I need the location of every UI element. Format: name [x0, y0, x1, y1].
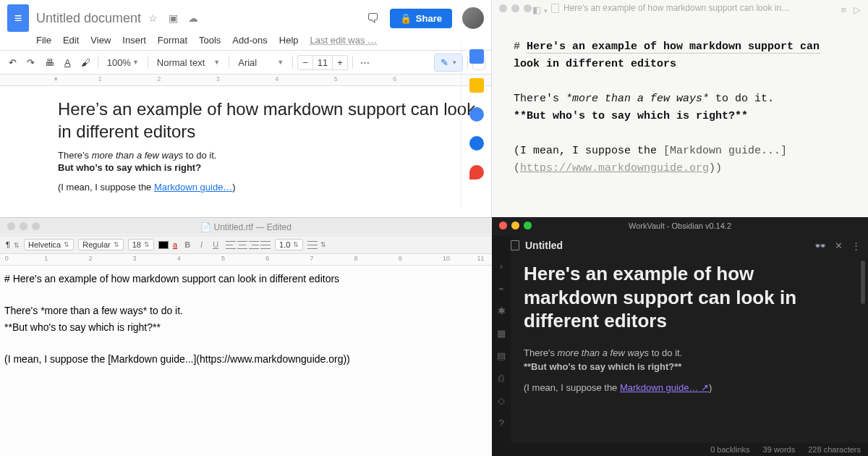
font-size-select[interactable]: 18⇅: [128, 239, 154, 250]
daily-note-icon[interactable]: ▤: [497, 350, 506, 361]
close-tab-icon[interactable]: ✕: [835, 240, 843, 251]
more-tools-icon[interactable]: ⋯: [357, 56, 373, 69]
font-size-increase[interactable]: +: [333, 56, 347, 69]
status-words[interactable]: 39 words: [763, 445, 796, 454]
italic-button[interactable]: I: [197, 240, 205, 250]
doc-title[interactable]: Untitled document: [36, 11, 141, 26]
status-chars[interactable]: 228 characters: [808, 445, 861, 454]
undo-icon[interactable]: ↶: [6, 56, 20, 69]
font-family-select[interactable]: Arial▼: [234, 57, 288, 68]
menu-view[interactable]: View: [90, 35, 111, 46]
te-line1[interactable]: # Here's an example of how markdown supp…: [4, 271, 488, 287]
te-line2[interactable]: There's *more than a few ways* to do it.: [4, 303, 488, 318]
note-line1[interactable]: There's more than a few ways to do it.: [524, 347, 851, 358]
reading-view-icon[interactable]: 👓: [814, 240, 826, 251]
keep-icon[interactable]: [469, 78, 484, 93]
ruler-triangle-icon[interactable]: ▾: [54, 75, 58, 83]
font-family-select[interactable]: Helvetica⇅: [24, 239, 74, 250]
redo-icon[interactable]: ↷: [24, 56, 38, 69]
settings-slider-icon[interactable]: ≡: [841, 4, 846, 15]
share-button[interactable]: 🔒 Share: [390, 9, 452, 28]
docs-logo-icon[interactable]: ≡: [7, 4, 29, 32]
tasks-icon[interactable]: [469, 107, 484, 122]
align-justify-icon[interactable]: [260, 241, 271, 249]
note-heading[interactable]: Here's an example of how markdown suppor…: [524, 262, 851, 333]
doc-line2[interactable]: But who’s to say which is right?: [58, 162, 491, 173]
doc-line1[interactable]: There’s more than a few ways to do it.: [58, 150, 491, 161]
font-size-value[interactable]: 11: [312, 56, 333, 69]
document-body[interactable]: Here’s an example of how markdown suppor…: [0, 86, 491, 193]
menu-bar: File Edit View Insert Format Tools Add-o…: [0, 32, 491, 50]
menu-edit[interactable]: Edit: [63, 35, 79, 46]
line-spacing-select[interactable]: 1.0⇅: [275, 239, 303, 250]
font-size-decrease[interactable]: −: [298, 56, 312, 69]
maps-icon[interactable]: [469, 165, 484, 180]
te-line4[interactable]: (I mean, I suppose the [Markdown guide..…: [4, 352, 488, 367]
textedit-body[interactable]: # Here's an example of how markdown supp…: [0, 266, 492, 374]
print-icon[interactable]: 🖶: [42, 56, 57, 69]
align-left-icon[interactable]: [226, 241, 236, 249]
command-palette-icon[interactable]: ◇: [498, 395, 505, 406]
formatting-toolbar: ↶ ↷ 🖶 A 🖌 100%▼ Normal text▼ Arial▼ − 11…: [0, 50, 491, 75]
last-edit-link[interactable]: Last edit was …: [310, 35, 378, 46]
status-backlinks[interactable]: 0 backlinks: [710, 445, 749, 454]
doc-line3[interactable]: (I mean, I suppose the Markdown guide…): [58, 182, 491, 193]
align-right-icon[interactable]: [249, 241, 259, 249]
list-style-dropdown[interactable]: ⇅: [320, 241, 326, 249]
help-icon[interactable]: ?: [498, 418, 503, 428]
zoom-select[interactable]: 100%▼: [103, 57, 143, 68]
note-line2[interactable]: **But who's to say which is right?**: [524, 361, 851, 372]
paragraph-style-select[interactable]: Normal text▼: [153, 57, 224, 68]
underline-button[interactable]: U: [210, 240, 221, 250]
bullet-list-icon[interactable]: [307, 241, 318, 249]
doc-heading[interactable]: Here’s an example of how markdown suppor…: [58, 98, 491, 143]
calendar-icon[interactable]: [469, 49, 484, 64]
traffic-close-icon[interactable]: [499, 4, 507, 12]
paint-format-icon[interactable]: 🖌: [78, 56, 93, 69]
graph-view-icon[interactable]: ✱: [498, 305, 506, 316]
spellcheck-icon[interactable]: A: [61, 56, 74, 69]
obsidian-status-bar: 0 backlinks 39 words 228 characters: [492, 443, 868, 456]
menu-addons[interactable]: Add-ons: [232, 35, 267, 46]
move-folder-icon[interactable]: ▣: [169, 12, 178, 24]
menu-file[interactable]: File: [36, 35, 51, 46]
align-center-icon[interactable]: [237, 241, 247, 249]
note-line3[interactable]: (I mean, I suppose the Markdown guide… ↗…: [524, 382, 851, 393]
markdown-guide-url[interactable]: https://www.markdownguide.org: [520, 162, 709, 174]
star-icon[interactable]: ☆: [148, 12, 158, 24]
font-size-stepper[interactable]: − 11 +: [297, 55, 348, 70]
text-color-swatch[interactable]: [158, 241, 169, 249]
editor-body[interactable]: # Here's an example of how markdown supp…: [492, 17, 868, 177]
textedit-ruler[interactable]: 0 1 2 3 4 5 6 7 8 9 10 11: [0, 254, 492, 266]
traffic-max-icon[interactable]: [524, 4, 532, 12]
obsidian-note-body[interactable]: Here's an example of how markdown suppor…: [524, 262, 851, 396]
sidebar-toggle-icon[interactable]: ◧ ▾: [532, 4, 548, 15]
editing-mode-button[interactable]: ✎▾: [434, 54, 463, 72]
expand-sidebar-icon[interactable]: ›: [500, 261, 503, 271]
play-preview-icon[interactable]: ▷: [854, 4, 861, 15]
share-label: Share: [416, 13, 442, 24]
font-style-select[interactable]: Regular⇅: [78, 239, 124, 250]
menu-tools[interactable]: Tools: [199, 35, 221, 46]
note-tab-title[interactable]: Untitled: [525, 240, 563, 251]
menu-format[interactable]: Format: [158, 35, 187, 46]
traffic-min-icon[interactable]: [511, 4, 519, 12]
menu-help[interactable]: Help: [279, 35, 299, 46]
markdown-guide-link[interactable]: Markdown guide… ↗: [620, 382, 709, 393]
quick-switcher-icon[interactable]: ⌁: [498, 283, 504, 294]
menu-insert[interactable]: Insert: [122, 35, 146, 46]
text-color-underline-icon[interactable]: a: [173, 240, 177, 249]
contacts-icon[interactable]: [469, 136, 484, 151]
ruler[interactable]: ▾ 1 2 3 4 5 6: [0, 75, 491, 86]
user-avatar[interactable]: [462, 7, 484, 29]
scrollbar[interactable]: [861, 261, 865, 304]
comments-icon[interactable]: 🗨: [367, 11, 380, 26]
side-panel: [461, 42, 491, 208]
tab-more-icon[interactable]: ⋮: [851, 240, 861, 251]
markdown-guide-link[interactable]: Markdown guide…: [154, 182, 232, 193]
canvas-icon[interactable]: ▦: [497, 328, 506, 339]
paragraph-icon[interactable]: ¶ ⇅: [6, 240, 20, 249]
te-line3[interactable]: **But who's to say which is right?**: [4, 320, 488, 335]
templates-icon[interactable]: ⎙: [498, 373, 504, 384]
bold-button[interactable]: B: [182, 240, 193, 250]
